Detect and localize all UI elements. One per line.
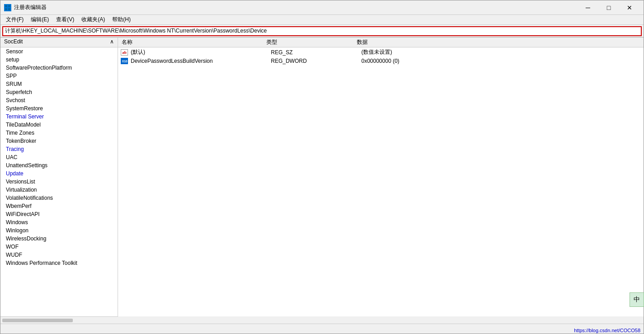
watermark: https://blog.csdn.net/COCO58 <box>574 328 640 333</box>
value-row-default[interactable]: ab (默认) REG_SZ (数值未设置) <box>118 47 644 57</box>
value-type-dplbv: REG_DWORD <box>269 58 360 64</box>
tree-item-update[interactable]: Update <box>0 169 118 178</box>
dword-icon: 010 <box>121 58 128 64</box>
tree-item-tokenbroker[interactable]: TokenBroker <box>0 137 118 145</box>
tree-item-unattend[interactable]: UnattendSettings <box>0 161 118 169</box>
tree-item-setup[interactable]: setup <box>0 56 118 64</box>
tree-item-winlogon[interactable]: Winlogon <box>0 226 118 235</box>
col-data-header: 数据 <box>353 38 644 47</box>
value-icon-dword: 010 <box>120 58 129 64</box>
svg-rect-0 <box>5 5 7 7</box>
registry-editor-window: 注册表编辑器 ─ □ ✕ 文件(F) 编辑(E) 查看(V) 收藏夹(A) 帮助… <box>0 0 644 334</box>
tree-item-tiledatamodel[interactable]: TileDataModel <box>0 121 118 129</box>
address-bar <box>0 25 644 38</box>
menu-favorites[interactable]: 收藏夹(A) <box>78 15 109 24</box>
title-bar: 注册表编辑器 ─ □ ✕ <box>0 0 644 15</box>
value-data-default: (数值未设置) <box>360 48 644 56</box>
ab-icon: ab <box>121 49 128 56</box>
tree-item-wifidirectapi[interactable]: WiFiDirectAPI <box>0 210 118 218</box>
values-panel: ab (默认) REG_SZ (数值未设置) 010 DevicePasswor… <box>118 47 644 316</box>
horizontal-scrollbar[interactable] <box>0 316 118 324</box>
tree-item-virtualization[interactable]: Virtualization <box>0 186 118 194</box>
svg-rect-2 <box>5 8 7 10</box>
tree-item-sensor[interactable]: Sensor <box>0 47 118 56</box>
tree-item-uac[interactable]: UAC <box>0 153 118 161</box>
value-data-dplbv: 0x00000000 (0) <box>360 58 644 64</box>
app-icon <box>4 4 11 11</box>
menu-bar: 文件(F) 编辑(E) 查看(V) 收藏夹(A) 帮助(H) <box>0 15 644 25</box>
tree-item-swpp[interactable]: SoftwareProtectionPlatform <box>0 64 118 72</box>
menu-file[interactable]: 文件(F) <box>2 15 27 24</box>
menu-edit[interactable]: 编辑(E) <box>27 15 52 24</box>
tree-item-wof[interactable]: WOF <box>0 243 118 251</box>
tree-item-volatilenotifications[interactable]: VolatileNotifications <box>0 194 118 202</box>
maximize-button[interactable]: □ <box>598 0 619 15</box>
tree-item-systemrestore[interactable]: SystemRestore <box>0 104 118 113</box>
tree-item-svchost[interactable]: Svchost <box>0 96 118 104</box>
col-name-header: 名称 <box>118 38 263 47</box>
menu-help[interactable]: 帮助(H) <box>109 15 134 24</box>
tree-item-srum[interactable]: SRUM <box>0 80 118 88</box>
value-row-dplbv[interactable]: 010 DevicePasswordLessBuildVersion REG_D… <box>118 57 644 65</box>
tree-item-wbemperf[interactable]: WbemPerf <box>0 202 118 210</box>
main-content: Sensor setup SoftwareProtectionPlatform … <box>0 47 644 316</box>
status-bar <box>0 324 644 334</box>
close-button[interactable]: ✕ <box>619 0 640 15</box>
tree-item-timezones[interactable]: Time Zones <box>0 129 118 137</box>
value-name-dplbv: DevicePasswordLessBuildVersion <box>129 58 269 64</box>
col-header-tree: SocEdit ∧ <box>0 38 118 47</box>
svg-rect-1 <box>8 5 10 7</box>
window-controls: ─ □ ✕ <box>578 0 640 15</box>
minimize-button[interactable]: ─ <box>578 0 598 15</box>
tree-item-spp[interactable]: SPP <box>0 72 118 80</box>
ime-indicator[interactable]: 中 <box>630 292 644 307</box>
tree-item-windows[interactable]: Windows <box>0 218 118 226</box>
tree-item-wirelessdocking[interactable]: WirelessDocking <box>0 235 118 243</box>
menu-view[interactable]: 查看(V) <box>52 15 78 24</box>
tree-item-tracing[interactable]: Tracing <box>0 145 118 153</box>
tree-item-wudf[interactable]: WUDF <box>0 251 118 259</box>
value-icon-ab: ab <box>120 49 129 56</box>
col-type-header: 类型 <box>263 38 353 47</box>
address-input[interactable] <box>2 26 642 36</box>
tree-item-superfetch[interactable]: Superfetch <box>0 88 118 96</box>
col-header-values: 名称 类型 数据 <box>118 38 644 47</box>
window-title: 注册表编辑器 <box>14 4 578 11</box>
column-headers: SocEdit ∧ 名称 类型 数据 <box>0 38 644 47</box>
tree-item-winperftools[interactable]: Windows Performance Toolkit <box>0 259 118 267</box>
svg-text:010: 010 <box>122 60 128 63</box>
tree-panel[interactable]: Sensor setup SoftwareProtectionPlatform … <box>0 47 118 316</box>
svg-rect-3 <box>8 8 10 10</box>
tree-item-versionslist[interactable]: VersionsList <box>0 178 118 186</box>
collapse-icon[interactable]: ∧ <box>110 38 114 45</box>
value-type-default: REG_SZ <box>269 49 360 56</box>
tree-item-terminal-server[interactable]: Terminal Server <box>0 113 118 121</box>
value-name-default: (默认) <box>129 48 269 56</box>
